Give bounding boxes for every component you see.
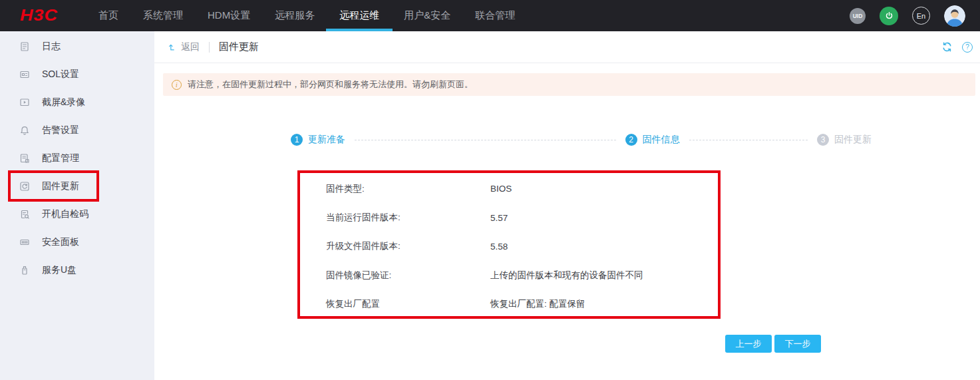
nav-item-federated-management[interactable]: 联合管理 [475, 0, 515, 31]
help-icon: ? [962, 42, 973, 53]
refresh-button[interactable] [941, 41, 953, 53]
user-avatar-icon [944, 5, 965, 27]
info-value: 上传的固件版本和现有的设备固件不同 [490, 270, 643, 282]
sidebar-item-log[interactable]: 日志 [0, 33, 154, 61]
hdm-firmware-update-page: H3C 首页 系统管理 HDM设置 远程服务 远程运维 用户&安全 联合管理 U… [0, 0, 980, 380]
info-label: 固件镜像已验证: [326, 270, 490, 282]
info-row-image-verified: 固件镜像已验证: 上传的固件版本和现有的设备固件不同 [326, 261, 718, 289]
nav-item-remote-services[interactable]: 远程服务 [275, 0, 315, 31]
sidebar-item-label: 服务U盘 [42, 264, 77, 276]
step-firmware-update: 3 固件更新 [817, 134, 872, 146]
wizard-actions: 上一步 下一步 [725, 335, 821, 353]
sidebar-item-label: 告警设置 [42, 124, 79, 136]
power-button[interactable] [880, 7, 898, 25]
nav-item-home[interactable]: 首页 [98, 0, 118, 31]
log-icon [19, 41, 30, 52]
main-content: 返回 固件更新 ? i 请注意，在固件更新过程中，部分网页和服务将无法使用。请勿… [154, 31, 980, 380]
sidebar-item-security-panel[interactable]: 安全面板 [0, 228, 154, 256]
step-label: 固件更新 [834, 134, 872, 146]
sidebar-item-label: 日志 [42, 41, 61, 53]
info-value: 恢复出厂配置: 配置保留 [490, 298, 585, 310]
sidebar-item-post-code[interactable]: 开机自检码 [0, 200, 154, 228]
step-connector [355, 140, 616, 140]
back-arrow-icon [168, 42, 177, 52]
config-icon [19, 153, 30, 164]
avatar[interactable] [944, 5, 965, 27]
topbar-actions: UID En [850, 5, 980, 27]
post-code-icon [19, 209, 30, 220]
step-firmware-info: 2 固件信息 [625, 134, 680, 146]
info-row-current-version: 当前运行固件版本: 5.57 [326, 203, 718, 232]
info-icon: i [172, 80, 182, 90]
refresh-icon [941, 41, 953, 53]
step-number: 1 [291, 134, 303, 146]
language-badge[interactable]: En [912, 7, 930, 25]
nav-item-hdm-settings[interactable]: HDM设置 [208, 0, 250, 31]
info-row-factory-reset: 恢复出厂配置 恢复出厂配置: 配置保留 [326, 290, 718, 319]
sidebar-item-screen-record[interactable]: 截屏&录像 [0, 89, 154, 116]
screen-record-icon [19, 97, 30, 108]
back-label: 返回 [181, 41, 200, 53]
sol-icon [19, 69, 30, 80]
help-button[interactable]: ? [961, 41, 973, 53]
info-label: 恢复出厂配置 [326, 298, 490, 310]
nav-item-system-management[interactable]: 系统管理 [143, 0, 183, 31]
uid-badge[interactable]: UID [850, 8, 866, 24]
notice-text: 请注意，在固件更新过程中，部分网页和服务将无法使用。请勿刷新页面。 [188, 79, 473, 91]
usb-icon [19, 265, 30, 276]
step-number: 3 [817, 134, 829, 146]
info-value: 5.57 [490, 213, 508, 223]
main-nav: 首页 系统管理 HDM设置 远程服务 远程运维 用户&安全 联合管理 [98, 0, 515, 31]
prev-step-button[interactable]: 上一步 [725, 335, 772, 353]
next-step-button[interactable]: 下一步 [774, 335, 821, 353]
info-row-firmware-type: 固件类型: BIOS [326, 174, 718, 203]
nav-item-user-security[interactable]: 用户&安全 [404, 0, 450, 31]
sidebar-item-firmware-update[interactable]: 固件更新 [0, 172, 154, 200]
step-label: 固件信息 [643, 134, 680, 146]
sidebar-item-label: 固件更新 [42, 180, 79, 192]
step-label: 更新准备 [308, 134, 345, 146]
sidebar-item-label: 安全面板 [42, 236, 79, 248]
info-label: 固件类型: [326, 183, 490, 195]
step-number: 2 [625, 134, 637, 146]
notice-banner: i 请注意，在固件更新过程中，部分网页和服务将无法使用。请勿刷新页面。 [163, 73, 975, 96]
sidebar-item-label: 开机自检码 [42, 208, 88, 220]
info-row-upgrade-version: 升级文件固件版本: 5.58 [326, 232, 718, 261]
sidebar-item-label: 截屏&录像 [42, 96, 85, 108]
security-panel-icon [19, 237, 30, 248]
info-label: 升级文件固件版本: [326, 240, 490, 252]
sidebar-item-service-usb[interactable]: 服务U盘 [0, 256, 154, 284]
h3c-logo: H3C [20, 6, 75, 25]
page-title: 固件更新 [219, 41, 259, 53]
sidebar: 日志 SOL设置 截屏&录像 告警设置 配置管理 [0, 31, 154, 380]
sidebar-item-config-management[interactable]: 配置管理 [0, 144, 154, 172]
back-button[interactable]: 返回 [168, 41, 200, 53]
info-value: 5.58 [490, 242, 508, 252]
header-divider [209, 42, 210, 53]
power-icon [884, 11, 894, 21]
sidebar-item-sol-settings[interactable]: SOL设置 [0, 61, 154, 89]
step-connector [689, 140, 808, 140]
firmware-info-panel: 固件类型: BIOS 当前运行固件版本: 5.57 升级文件固件版本: 5.58… [297, 170, 721, 319]
info-label: 当前运行固件版本: [326, 212, 490, 224]
info-value: BIOS [490, 184, 512, 194]
firmware-icon [19, 181, 30, 192]
sidebar-item-label: SOL设置 [42, 69, 79, 81]
topbar: H3C 首页 系统管理 HDM设置 远程服务 远程运维 用户&安全 联合管理 U… [0, 0, 980, 31]
sidebar-item-label: 配置管理 [42, 152, 79, 164]
nav-item-remote-om[interactable]: 远程运维 [339, 0, 379, 31]
sidebar-item-alarm-settings[interactable]: 告警设置 [0, 116, 154, 144]
step-update-preparation: 1 更新准备 [291, 134, 345, 146]
alarm-icon [19, 125, 30, 136]
stepper: 1 更新准备 2 固件信息 3 固件更新 [291, 134, 872, 146]
content-header: 返回 固件更新 ? [154, 31, 980, 63]
